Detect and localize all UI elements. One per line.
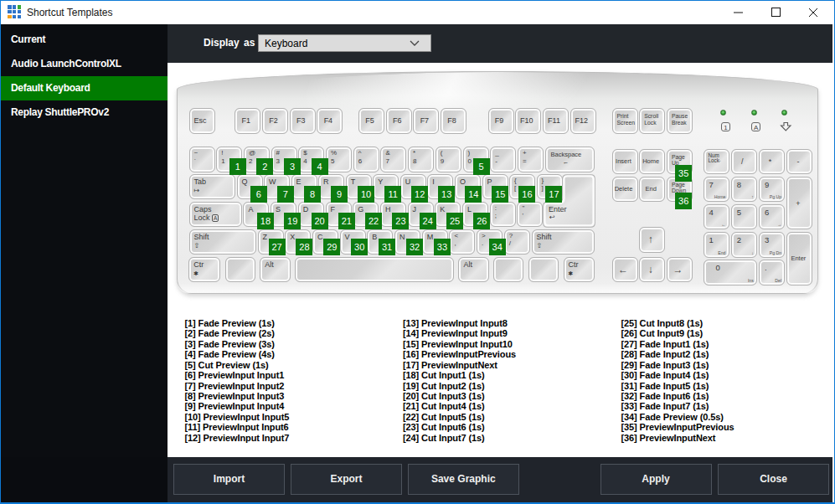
svg-text:↩: ↩ xyxy=(549,213,555,221)
svg-text:Enter: Enter xyxy=(549,205,567,213)
